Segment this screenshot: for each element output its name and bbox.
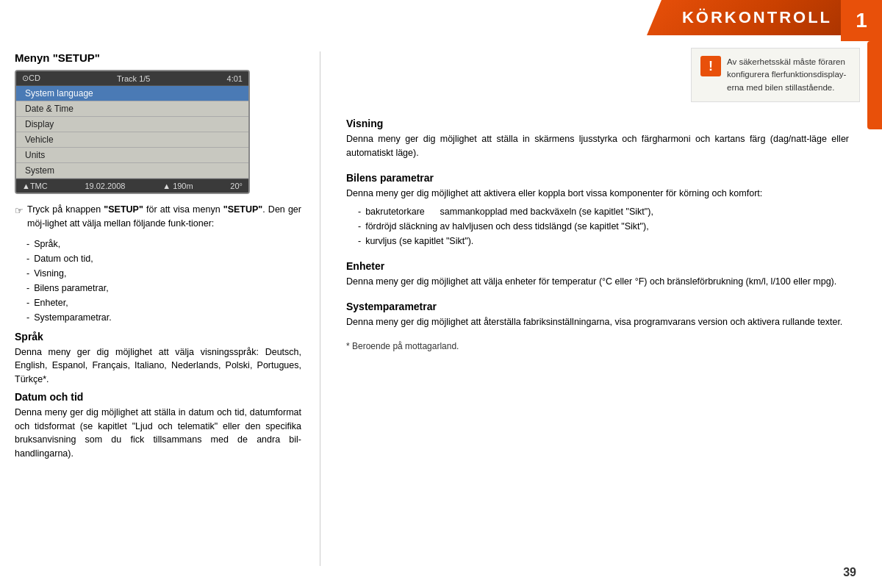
bullet-sprak: - Språk, [22,237,301,251]
warning-spacer [346,51,849,118]
screen-top-bar: ⊙CD Track 1/5 4:01 [16,71,248,86]
systemparametrar-heading: Systemparametrar [346,301,849,312]
temp-display: 20° [230,182,243,190]
bilens-bullet-1: - bakrutetorkare sammankopplad med backv… [354,204,849,219]
setup-menu-title: Menyn "SETUP" [15,51,301,64]
bullet-system: - Systemparametrar. [22,310,301,325]
track-info: Track 1/5 [117,74,150,83]
menu-item-system: System [16,163,248,179]
datum-section: Datum och tid Denna meny ger dig möjligh… [15,391,301,461]
menu-item-system-language: System language [16,86,248,101]
chapter-number: 1 [856,9,867,32]
visning-heading: Visning [346,118,849,129]
left-column: Menyn "SETUP" ⊙CD Track 1/5 4:01 System … [15,51,301,566]
bullet-bilens: - Bilens parametrar, [22,281,301,295]
time-display: 4:01 [227,74,243,83]
bilens-section: Bilens parametrar Denna meny ger dig möj… [346,172,849,249]
bullet-datum: - Datum och tid, [22,251,301,266]
visning-section: Visning Denna meny ger dig möjlighet att… [346,118,849,160]
sprak-text: Denna meny ger dig möjlighet att välja v… [15,345,301,387]
bilens-bullet-2: - fördröjd släckning av halvljusen och d… [354,219,849,234]
bilens-bullet-3: - kurvljus (se kapitlet "Sikt"). [354,234,849,248]
screen-bottom-bar: ▲TMC 19.02.2008 ▲ 190m 20° [16,179,248,193]
bullet-visning: - Visning, [22,266,301,281]
page-number-box: 1 [841,0,882,41]
sprak-section: Språk Denna meny ger dig möjlighet att v… [15,331,301,387]
bilens-bullet-list: - bakrutetorkare sammankopplad med backv… [354,204,849,248]
header: KÖRKONTROLL 1 [0,0,882,35]
column-divider [320,51,320,566]
systemparametrar-section: Systemparametrar Denna meny ger dig möjl… [346,301,849,329]
bottom-page-number: 39 [843,566,856,579]
right-column: Visning Denna meny ger dig möjlighet att… [339,51,849,566]
bullet-enheter: - Enheter, [22,295,301,310]
datum-text: Denna meny ger dig möjlighet att ställa … [15,406,301,461]
bullet-list: - Språk, - Datum och tid, - Visning, - B… [22,237,301,325]
tip-text: Tryck på knappen "SETUP" för att visa me… [27,203,301,231]
menu-item-vehicle: Vehicle [16,132,248,148]
side-tab [867,41,882,129]
screen-mockup: ⊙CD Track 1/5 4:01 System language Date … [15,70,250,194]
visning-text: Denna meny ger dig möjlighet att ställa … [346,132,849,160]
cd-icon: ⊙CD [22,74,40,83]
bilens-heading: Bilens parametrar [346,172,849,184]
date-display: 19.02.2008 [85,182,125,190]
tip-arrow-icon: ☞ [15,204,24,231]
sprak-heading: Språk [15,331,301,343]
menu-item-date-time: Date & Time [16,101,248,117]
main-content: Menyn "SETUP" ⊙CD Track 1/5 4:01 System … [0,40,864,573]
tmc-indicator: ▲TMC [22,182,48,190]
menu-item-display: Display [16,117,248,132]
datum-heading: Datum och tid [15,391,301,403]
menu-item-units: Units [16,148,248,163]
tip-line: ☞ Tryck på knappen "SETUP" för att visa … [15,203,301,231]
distance-display: ▲ 190m [162,182,193,190]
footnote: * Beroende på mottagarland. [346,341,849,351]
screen-menu: System language Date & Time Display Vehi… [16,86,248,179]
enheter-section: Enheter Denna meny ger dig möjlighet att… [346,260,849,289]
header-title: KÖRKONTROLL [682,8,832,27]
enheter-heading: Enheter [346,260,849,272]
systemparametrar-text: Denna meny ger dig möjlighet att återstä… [346,315,849,329]
bilens-text: Denna meny ger dig möjlighet att aktiver… [346,187,849,201]
enheter-text: Denna meny ger dig möjlighet att välja e… [346,275,849,289]
